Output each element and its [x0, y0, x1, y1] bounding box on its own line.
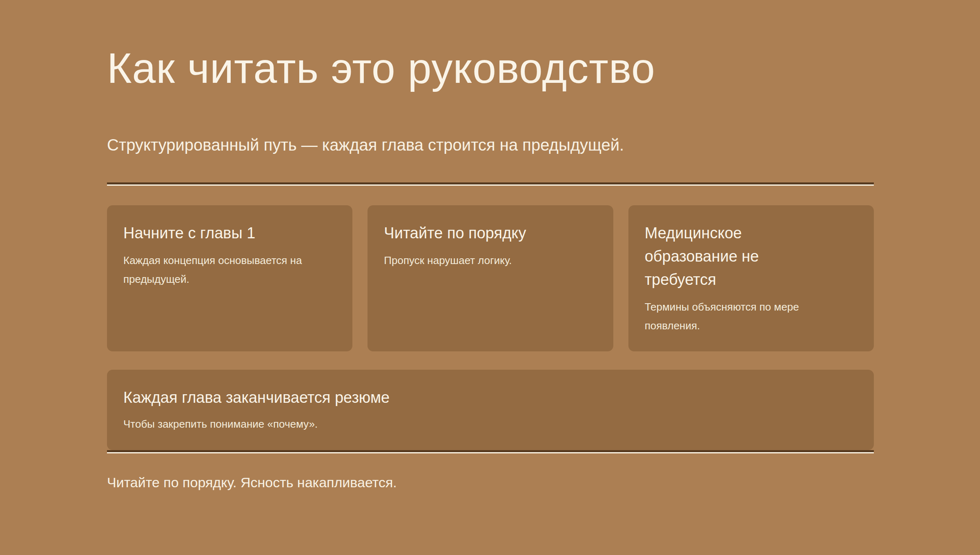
card-chapter-summary: Каждая глава заканчивается резюме Чтобы … [107, 370, 874, 450]
card-title: Читайте по порядку [384, 222, 597, 245]
card-start-with-chapter-1: Начните с главы 1 Каждая концепция основ… [107, 205, 352, 351]
card-no-medical-education: Медицинское образование не требуется Тер… [628, 205, 874, 351]
card-body: Пропуск нарушает логику. [384, 251, 597, 270]
page-subtitle: Структурированный путь — каждая глава ст… [107, 133, 874, 156]
card-body: Каждая концепция основывается на предыду… [123, 251, 336, 289]
card-body: Чтобы закрепить понимание «почему». [123, 415, 858, 434]
cards-row: Начните с главы 1 Каждая концепция основ… [107, 205, 874, 351]
footer-note: Читайте по порядку. Ясность накапливаетс… [107, 473, 874, 493]
card-body: Термины объясняются по мере появления. [645, 298, 816, 335]
page-title: Как читать это руководство [107, 41, 874, 96]
divider-bottom [107, 450, 874, 453]
slide: Как читать это руководство Структурирова… [0, 0, 980, 555]
divider-top [107, 182, 874, 186]
card-title: Медицинское образование не требуется [645, 222, 784, 291]
card-title: Начните с главы 1 [123, 222, 336, 245]
card-title: Каждая глава заканчивается резюме [123, 386, 858, 409]
card-read-in-order: Читайте по порядку Пропуск нарушает логи… [368, 205, 613, 351]
